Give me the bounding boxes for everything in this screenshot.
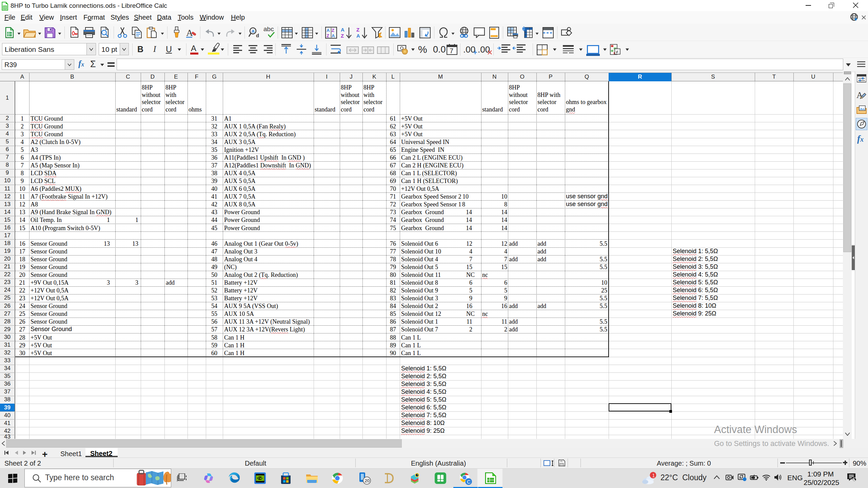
svg-text:20: 20 <box>365 478 370 483</box>
svg-text:A: A <box>356 33 360 39</box>
svg-text:Z: Z <box>356 27 359 33</box>
svg-text:A: A <box>332 33 335 38</box>
svg-text:7: 7 <box>450 47 453 55</box>
svg-text:d: d <box>256 33 259 38</box>
svg-text:a: a <box>252 28 255 34</box>
svg-text:Z: Z <box>327 33 329 38</box>
svg-text:C: C <box>467 479 471 485</box>
svg-text:Z: Z <box>341 33 344 39</box>
svg-text:≠: ≠ <box>616 49 618 55</box>
svg-text:1: 1 <box>652 473 655 478</box>
svg-text:Z: Z <box>332 28 334 33</box>
svg-text:abc: abc <box>263 26 274 33</box>
svg-text:A: A <box>327 28 330 33</box>
svg-text:A: A <box>341 27 344 33</box>
